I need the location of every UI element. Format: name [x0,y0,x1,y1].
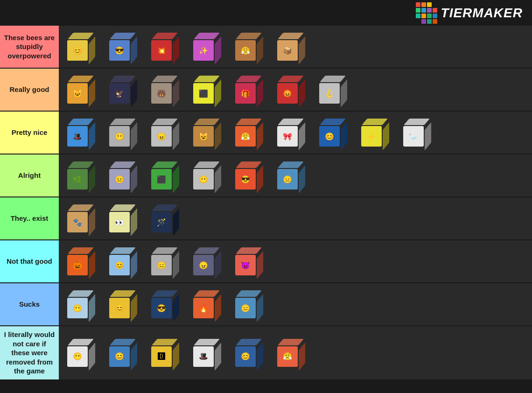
tier-item-f2: 😊 [103,285,144,323]
tier-item-c2: 😐 [103,156,144,195]
tier-item-g5: 😊 [229,334,270,372]
tier-item-a3: 🐻 [145,70,186,109]
tier-item-e4: 😠 [187,242,228,281]
tier-item-c1: 🌿 [61,156,102,195]
header: TiERMAKER [0,0,532,26]
tier-item-b1: 🎩 [61,113,102,152]
tier-item-c4: 😶 [187,156,228,195]
tier-item-c6: 😑 [271,156,312,195]
tier-item-f5: 😑 [229,285,270,323]
tier-item-s4: ✨ [187,28,228,66]
tier-item-e2: 😊 [103,242,144,281]
tier-item-a1: 🐱 [61,70,102,109]
tier-item-g2: 😊 [103,334,144,372]
tier-items-C: 🌿 😐 ⬛ 😶 [59,154,532,196]
tier-item-a4: ⬛ [187,70,228,109]
tier-item-f4: 🔥 [187,285,228,323]
tier-item-d3: 🪄 [145,199,186,238]
tier-item-e3: 😑 [145,242,186,281]
logo-container: TiERMAKER [416,2,523,24]
tier-item-d1: 🐾 [61,199,102,238]
tier-item-a2: 🦅 [103,70,144,109]
tier-row-F: Sucks 😶 😊 😎 [0,283,532,326]
tier-item-c5: 😎 [229,156,270,195]
tier-label-E: Not that good [0,240,59,282]
tier-label-S: These bees are stupidly overpowered [0,26,59,68]
tier-item-c3: ⬛ [145,156,186,195]
tier-item-b8: ⚡ [355,113,396,152]
tier-item-b9: 🦢 [397,113,438,152]
tier-item-b7: 😊 [313,113,354,152]
tier-item-a7: 🪝 [313,70,354,109]
tier-item-f3: 😎 [145,285,186,323]
tier-items-G: 😶 😊 🅳 🎩 [59,326,532,379]
tier-item-e1: 🎃 [61,242,102,281]
logo-text: TiERMAKER [441,6,523,21]
tier-items-A: 🐱 🦅 🐻 ⬛ [59,69,532,111]
tier-item-b2: 😶 [103,113,144,152]
tier-item-d2: 👀 [103,199,144,238]
tier-row-C: Alright 🌿 😐 ⬛ [0,154,532,197]
tier-item-b6: 🎀 [271,113,312,152]
tier-item-e5: 😈 [229,242,270,281]
page-wrapper: TiERMAKER These bees are stupidly overpo… [0,0,532,380]
logo-icon [416,2,437,24]
tier-items-F: 😶 😊 😎 🔥 [59,283,532,325]
tier-items-S: 😊 😎 💥 ✨ [59,26,532,68]
tier-item-a5: 🎁 [229,70,270,109]
tier-row-S: These bees are stupidly overpowered 😊 😎 … [0,26,532,69]
tier-row-G: I literally would not care if these were… [0,326,532,380]
tier-items-B: 🎩 😶 😠 😺 [59,112,532,154]
tier-item-a6: 😡 [271,70,312,109]
tier-item-g3: 🅳 [145,334,186,372]
tier-row-D: They.. exist 🐾 👀 🪄 [0,197,532,240]
tier-label-A: Really good [0,69,59,111]
tier-item-s2: 😎 [103,28,144,66]
tier-table: These bees are stupidly overpowered 😊 😎 … [0,26,532,380]
tier-row-E: Not that good 🎃 😊 😑 [0,240,532,283]
tier-row-A: Really good 🐱 🦅 🐻 [0,69,532,112]
tier-item-s3: 💥 [145,28,186,66]
tier-item-s6: 📦 [271,28,312,66]
tier-label-D: They.. exist [0,197,59,239]
tier-label-G: I literally would not care if these were… [0,326,59,379]
tier-item-s5: 😤 [229,28,270,66]
tier-label-F: Sucks [0,283,59,325]
tier-item-s1: 😊 [61,28,102,66]
tier-label-B: Pretty nice [0,112,59,154]
tier-item-b3: 😠 [145,113,186,152]
tier-item-g6: 😤 [271,334,312,372]
tier-items-D: 🐾 👀 🪄 [59,197,532,239]
tier-item-g4: 🎩 [187,334,228,372]
tier-item-g1: 😶 [61,334,102,372]
tier-label-C: Alright [0,154,59,196]
tier-item-b4: 😺 [187,113,228,152]
tier-items-E: 🎃 😊 😑 😠 [59,240,532,282]
tier-item-f1: 😶 [61,285,102,323]
tier-row-B: Pretty nice 🎩 😶 😠 [0,112,532,154]
tier-item-b5: 😤 [229,113,270,152]
